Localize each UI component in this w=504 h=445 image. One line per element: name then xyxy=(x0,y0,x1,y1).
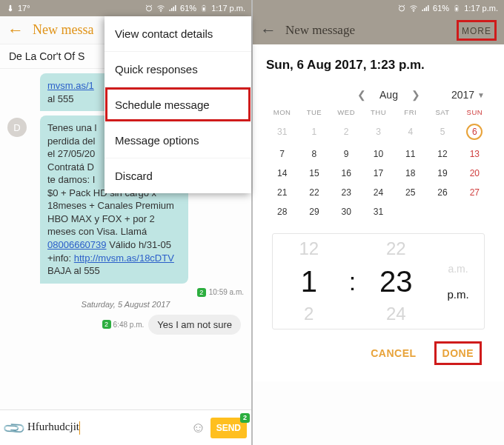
emoji-icon[interactable]: ☺ xyxy=(190,419,205,436)
calendar-day[interactable]: 12 xyxy=(426,144,458,164)
calendar-day[interactable]: 31 xyxy=(266,119,298,144)
time-colon: : xyxy=(345,234,360,329)
menu-discard[interactable]: Discard xyxy=(105,158,251,193)
calendar-day[interactable]: 27 xyxy=(459,183,491,202)
next-month-icon[interactable]: ❯ xyxy=(407,89,425,101)
calendar-grid: MONTUEWEDTHUFRISATSUN 31 1 2 3 4 5 6 7 8… xyxy=(266,105,491,221)
calendar-day xyxy=(459,202,491,221)
calendar-day[interactable]: 8 xyxy=(298,144,330,164)
attachment-icon[interactable]: 📎 xyxy=(1,415,27,441)
cancel-button[interactable]: CANCEL xyxy=(371,347,416,359)
svg-rect-3 xyxy=(203,7,205,10)
compose-input[interactable]: Hfurhudcjit xyxy=(27,421,186,435)
minute-wheel[interactable]: 22 23 24 xyxy=(360,234,433,329)
svg-rect-4 xyxy=(203,5,205,6)
signal-icon xyxy=(421,4,430,13)
calendar-day[interactable]: 3 xyxy=(362,119,394,144)
calendar-day[interactable]: 5 xyxy=(426,119,458,144)
calendar-day[interactable]: 24 xyxy=(362,183,394,202)
back-arrow-icon[interactable]: ← xyxy=(260,21,276,40)
right-phone: 61% 1:17 p.m. ← New message MORE Sun, 6 … xyxy=(253,0,504,445)
wifi-icon xyxy=(156,4,165,13)
alarm-icon xyxy=(145,4,153,13)
hour-wheel[interactable]: 12 1 2 xyxy=(273,234,345,329)
battery-icon xyxy=(199,4,208,13)
year-picker[interactable]: 2017 ▼ xyxy=(451,89,485,101)
svg-point-5 xyxy=(399,6,405,11)
prev-month-icon[interactable]: ❮ xyxy=(353,89,371,101)
calendar-day[interactable]: 13 xyxy=(459,144,491,164)
calendar-day[interactable]: 7 xyxy=(266,144,298,164)
header-title: New messa xyxy=(33,22,93,38)
menu-message-options[interactable]: Message options xyxy=(105,122,251,158)
outgoing-row: 2 6:48 p.m. Yes I am not sure xyxy=(7,315,244,335)
schedule-action-row: CANCEL DONE xyxy=(266,335,491,375)
calendar-dow-row: MONTUEWEDTHUFRISATSUN xyxy=(266,105,491,119)
calendar-day[interactable]: 30 xyxy=(331,202,362,221)
date-separator: Saturday, 5 August 2017 xyxy=(7,300,244,309)
calendar-day[interactable]: 21 xyxy=(266,183,298,202)
timestamp-row: 2 10:59 a.m. xyxy=(7,288,244,297)
battery-icon xyxy=(452,4,461,13)
calendar-day[interactable]: 18 xyxy=(394,164,426,183)
composer-bar: 📎 Hfurhudcjit ☺ SEND 2 xyxy=(0,409,251,445)
context-menu: View contact details Quick responses Sch… xyxy=(105,16,251,193)
calendar-day[interactable]: 17 xyxy=(362,164,394,183)
calendar-day[interactable]: 23 xyxy=(331,183,362,202)
status-bar: 17° 61% 1:17 p.m. xyxy=(0,0,251,16)
chevron-down-icon: ▼ xyxy=(477,91,485,99)
month-label[interactable]: Aug xyxy=(379,89,398,101)
delivered-check-icon: 2 xyxy=(197,288,206,297)
thermometer-icon xyxy=(6,4,15,13)
month-navigator: ❮ Aug ❯ 2017 ▼ xyxy=(266,89,491,105)
calendar-day[interactable]: 28 xyxy=(266,202,298,221)
delivered-check-icon: 2 xyxy=(102,320,111,329)
calendar-day[interactable]: 16 xyxy=(331,164,362,183)
avatar[interactable]: D xyxy=(7,118,27,137)
wifi-icon xyxy=(409,4,418,13)
menu-view-contact[interactable]: View contact details xyxy=(105,16,251,51)
outgoing-bubble: Yes I am not sure xyxy=(148,315,241,335)
left-phone: 17° 61% 1:17 p.m. ← New messa De La Cor'… xyxy=(0,0,251,445)
more-button[interactable]: MORE xyxy=(457,20,497,41)
calendar-day[interactable]: 22 xyxy=(298,183,330,202)
calendar-day[interactable]: 29 xyxy=(298,202,330,221)
send-button[interactable]: SEND 2 xyxy=(210,418,247,438)
calendar-day[interactable]: 31 xyxy=(362,202,394,221)
calendar-day[interactable]: 20 xyxy=(459,164,491,183)
menu-schedule-message[interactable]: Schedule message xyxy=(105,87,251,122)
sim-badge: 2 xyxy=(240,413,250,423)
calendar-day[interactable]: 1 xyxy=(298,119,330,144)
calendar-day[interactable]: 9 xyxy=(331,144,362,164)
calendar-day[interactable]: 14 xyxy=(266,164,298,183)
calendar-day[interactable]: 11 xyxy=(394,144,426,164)
svg-point-0 xyxy=(147,6,152,11)
svg-point-1 xyxy=(161,11,162,12)
clock-label: 1:17 p.m. xyxy=(211,4,245,13)
clock-label: 1:17 p.m. xyxy=(464,4,498,13)
calendar-day[interactable]: 2 xyxy=(331,119,362,144)
alarm-icon xyxy=(397,4,406,13)
calendar-day[interactable]: 19 xyxy=(426,164,458,183)
calendar-day[interactable]: 4 xyxy=(394,119,426,144)
calendar-day[interactable]: 15 xyxy=(298,164,330,183)
done-button[interactable]: DONE xyxy=(434,341,482,365)
battery-pct: 61% xyxy=(433,4,449,13)
ampm-wheel[interactable]: a.m. p.m. xyxy=(432,234,484,329)
battery-pct: 61% xyxy=(180,4,196,13)
signal-icon xyxy=(168,4,177,13)
time-picker: 12 1 2 : 22 23 24 a.m. p.m. xyxy=(272,233,485,329)
calendar-day-selected[interactable]: 6 xyxy=(459,119,491,144)
temp-label: 17° xyxy=(18,4,30,13)
calendar-day[interactable]: 10 xyxy=(362,144,394,164)
menu-quick-responses[interactable]: Quick responses xyxy=(105,51,251,87)
status-bar: 61% 1:17 p.m. xyxy=(253,0,504,16)
calendar-day[interactable]: 26 xyxy=(426,183,458,202)
calendar-day xyxy=(394,202,426,221)
message-header: ← New message MORE xyxy=(253,16,504,44)
calendar-day[interactable]: 25 xyxy=(394,183,426,202)
svg-point-6 xyxy=(414,11,414,12)
schedule-panel: Sun, 6 Aug 2017, 1:23 p.m. ❮ Aug ❯ 2017 … xyxy=(253,44,504,381)
scheduled-datetime: Sun, 6 Aug 2017, 1:23 p.m. xyxy=(266,58,491,73)
svg-rect-8 xyxy=(456,7,458,10)
